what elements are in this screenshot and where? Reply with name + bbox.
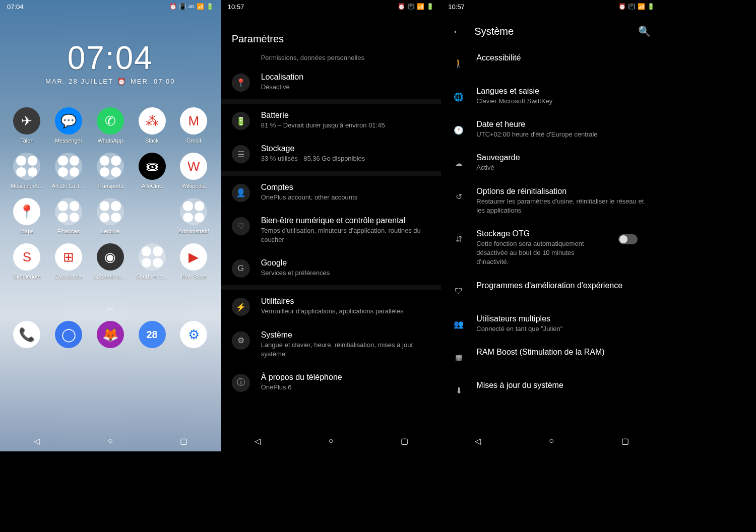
app-Sports et s…[interactable]: Sports et s… bbox=[131, 243, 173, 280]
system-item-Accessibilité[interactable]: 🚶 Accessibilité bbox=[441, 46, 662, 80]
app-Maps[interactable]: 📍Maps bbox=[6, 198, 48, 234]
nav-recent-icon[interactable]: ▢ bbox=[619, 435, 631, 446]
app-label: Art De La T… bbox=[52, 183, 86, 189]
system-item-Date et heure[interactable]: 🕐 Date et heure UTC+02:00 heure d'été d'… bbox=[441, 113, 662, 146]
signal-icon: 📶 bbox=[197, 3, 204, 11]
signal-icon: 📶 bbox=[638, 3, 645, 11]
settings-item-Bien-être numérique et contrôle parental[interactable]: ♡ Bien-être numérique et contrôle parent… bbox=[221, 209, 442, 251]
nav-back-icon[interactable]: ◁ bbox=[31, 435, 42, 446]
app-label: Talon bbox=[20, 138, 33, 144]
app-WhatsApp[interactable]: ✆WhatsApp bbox=[89, 107, 131, 144]
page-header: ← Système 🔍 bbox=[441, 13, 662, 46]
dock-app-calendar[interactable]: 28 bbox=[131, 321, 173, 348]
settings-item-sub: OnePlus 6 bbox=[261, 383, 430, 392]
system-item-Programmes d'amélioration d'expérience[interactable]: 🛡 Programmes d'amélioration d'expérience bbox=[441, 274, 662, 307]
app-Art De La T…[interactable]: Art De La T… bbox=[48, 153, 90, 189]
app-Administratif[interactable]: Administratif bbox=[173, 198, 215, 234]
dock-app-firefox[interactable]: 🦊 bbox=[89, 321, 131, 348]
app-icon: ⁂ bbox=[139, 107, 166, 135]
nav-home-icon[interactable]: ○ bbox=[546, 435, 557, 446]
system-icon: 🚶 bbox=[452, 54, 465, 73]
settings-item-Google[interactable]: G Google Services et préférences bbox=[221, 251, 442, 285]
app-Slack[interactable]: ⁂Slack bbox=[131, 107, 173, 144]
divider bbox=[221, 285, 442, 290]
app-Finances[interactable]: Finances bbox=[48, 198, 90, 234]
dock-app-settings[interactable]: ⚙ bbox=[173, 321, 215, 348]
nav-back-icon[interactable]: ◁ bbox=[472, 435, 483, 446]
system-icon: 👥 bbox=[452, 315, 465, 334]
system-item-Options de réinitialisation[interactable]: ↺ Options de réinitialisation Restaurer … bbox=[441, 180, 662, 222]
app-label: Appareil ph… bbox=[93, 274, 127, 280]
app-label: Lecture bbox=[101, 228, 119, 234]
alarm-icon: ⏰ bbox=[618, 3, 626, 11]
app-Gmail[interactable]: MGmail bbox=[173, 107, 215, 144]
alarm-icon: ⏰ bbox=[169, 3, 177, 11]
folder-icon bbox=[55, 198, 82, 225]
statusbar: 07:04 ⏰ 📳 4G 📶 🔋 bbox=[0, 0, 221, 13]
app-Lecture[interactable]: Lecture bbox=[89, 198, 131, 234]
app-AlloCiné[interactable]: 🎟AlloCiné bbox=[131, 153, 173, 189]
nav-recent-icon[interactable]: ▢ bbox=[178, 435, 190, 446]
app-Talon[interactable]: ✈Talon bbox=[6, 107, 48, 144]
app-Wikipedia[interactable]: WWikipedia bbox=[173, 153, 215, 189]
system-item-Utilisateurs multiples[interactable]: 👥 Utilisateurs multiples Connecté en tan… bbox=[441, 307, 662, 341]
settings-item-Système[interactable]: ⚙ Système Langue et clavier, heure, réin… bbox=[221, 323, 442, 366]
dock-app-phone[interactable]: 📞 bbox=[6, 321, 48, 348]
settings-item-sub: Services et préférences bbox=[261, 269, 430, 278]
app-label: Transports bbox=[97, 183, 123, 189]
settings-item-Utilitaires[interactable]: ⚡ Utilitaires Verrouilleur d'application… bbox=[221, 290, 442, 323]
app-label: Wikipedia bbox=[181, 183, 206, 189]
app-icon: S bbox=[13, 243, 40, 271]
app-Transports[interactable]: Transports bbox=[89, 153, 131, 189]
back-button[interactable]: ← bbox=[452, 26, 462, 37]
app-Appareil ph…[interactable]: ◉Appareil ph… bbox=[89, 243, 131, 280]
settings-icon: 👤 bbox=[232, 184, 250, 202]
settings-list: 📍 Localisation Désactivé 🔋 Batterie 81 %… bbox=[221, 65, 442, 399]
settings-icon: ⚙ bbox=[232, 331, 250, 350]
system-item-sub: Clavier Microsoft SwiftKey bbox=[476, 97, 651, 106]
system-item-RAM Boost (Stimulation de la RAM)[interactable]: ▦ RAM Boost (Stimulation de la RAM) bbox=[441, 341, 662, 374]
system-item-Mises à jour du système[interactable]: ⬇ Mises à jour du système bbox=[441, 374, 662, 407]
system-item-Stockage OTG[interactable]: ⇵ Stockage OTG Cette fonction sera autom… bbox=[441, 222, 662, 274]
statusbar: 10:57 ⏰ 📳 📶 🔋 bbox=[441, 0, 662, 13]
app-icon: ✆ bbox=[97, 107, 124, 135]
app-label: Sports et s… bbox=[136, 274, 168, 280]
network-icon: 4G bbox=[188, 4, 195, 9]
settings-item-Comptes[interactable]: 👤 Comptes OnePlus account, other account… bbox=[221, 176, 442, 209]
statusbar-indicators: ⏰ 📳 📶 🔋 bbox=[618, 3, 655, 11]
system-icon: ⇵ bbox=[452, 230, 465, 248]
nav-back-icon[interactable]: ◁ bbox=[252, 435, 263, 446]
system-item-Langues et saisie[interactable]: 🌐 Langues et saisie Clavier Microsoft Sw… bbox=[441, 80, 662, 113]
settings-item-Stockage[interactable]: ☰ Stockage 33 % utilisés - 85,36 Go disp… bbox=[221, 137, 442, 170]
app-Play Store[interactable]: ▶Play Store bbox=[173, 243, 215, 280]
nav-recent-icon[interactable]: ▢ bbox=[399, 435, 410, 446]
toggle-switch[interactable] bbox=[618, 234, 638, 244]
settings-item-Batterie[interactable]: 🔋 Batterie 81 % – Devrait durer jusqu'à … bbox=[221, 104, 442, 137]
app-Musique et…[interactable]: Musique et… bbox=[6, 153, 48, 189]
system-icon: 🕐 bbox=[452, 121, 465, 139]
folder-icon bbox=[139, 243, 166, 271]
app-drawer-handle[interactable]: ︿ bbox=[0, 302, 221, 314]
system-icon: ↺ bbox=[452, 188, 465, 206]
app-Simplenote[interactable]: SSimplenote bbox=[6, 243, 48, 280]
app-Calculatrice[interactable]: ⊞Calculatrice bbox=[48, 243, 90, 280]
dock-app-signal[interactable]: ◯ bbox=[48, 321, 90, 348]
system-item-Sauvegarde[interactable]: ☁ Sauvegarde Activé bbox=[441, 146, 662, 179]
nav-home-icon[interactable]: ○ bbox=[325, 435, 336, 446]
app-icon: 🎟 bbox=[139, 153, 166, 180]
settings-item-À propos du téléphone[interactable]: ⓘ À propos du téléphone OnePlus 6 bbox=[221, 366, 442, 399]
clock-date: MAR. 28 JUILLET bbox=[45, 78, 113, 85]
settings-item-Localisation[interactable]: 📍 Localisation Désactivé bbox=[221, 65, 442, 99]
clock-alarm: MER. 07:00 bbox=[131, 78, 175, 85]
app-Messenger[interactable]: 💬Messenger bbox=[48, 107, 90, 144]
alarm-icon: ⏰ bbox=[117, 78, 127, 85]
clock-widget[interactable]: 07:04 MAR. 28 JUILLET ⏰ MER. 07:00 bbox=[0, 39, 221, 85]
settings-item-sub: Verrouilleur d'applications, application… bbox=[261, 307, 430, 316]
nav-home-icon[interactable]: ○ bbox=[105, 435, 116, 446]
settings-item-title: Batterie bbox=[261, 111, 430, 120]
search-icon[interactable]: 🔍 bbox=[638, 25, 651, 37]
system-icon: ☁ bbox=[452, 154, 465, 172]
system-item-title: Mises à jour du système bbox=[476, 381, 651, 390]
statusbar-indicators: ⏰ 📳 4G 📶 🔋 bbox=[169, 3, 214, 11]
signal-icon: 📶 bbox=[417, 3, 424, 11]
